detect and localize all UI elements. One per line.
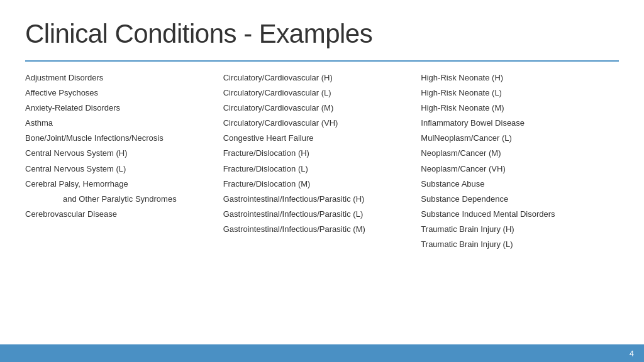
list-item: Anxiety-Related Disorders (25, 101, 223, 116)
bottom-bar: 4 (0, 344, 644, 362)
list-item: Cerebrovascular Disease (25, 207, 223, 222)
list-item: Adjustment Disorders (25, 70, 223, 85)
list-item: Asthma (25, 116, 223, 131)
list-item: High-Risk Neonate (L) (421, 85, 619, 101)
list-item: Traumatic Brain Injury (H) (421, 222, 619, 237)
slide-container: Clinical Conditions - Examples Adjustmen… (0, 0, 644, 362)
content-area: Adjustment DisordersAffective PsychosesA… (25, 70, 619, 362)
list-item: Gastrointestinal/Infectious/Parasitic (M… (223, 222, 421, 237)
list-item: Fracture/Dislocation (H) (223, 146, 421, 161)
list-item: Fracture/Dislocation (L) (223, 162, 421, 177)
slide-title: Clinical Conditions - Examples (25, 19, 619, 49)
list-item: Congestive Heart Failure (223, 131, 421, 146)
list-item: Circulatory/Cardiovascular (L) (223, 85, 421, 101)
column-2: Circulatory/Cardiovascular (H)Circulator… (223, 70, 421, 362)
list-item: and Other Paralytic Syndromes (25, 192, 223, 207)
list-item: Circulatory/Cardiovascular (VH) (223, 116, 421, 131)
list-item: Gastrointestinal/Infectious/Parasitic (L… (223, 207, 421, 222)
list-item: Circulatory/Cardiovascular (H) (223, 70, 421, 85)
list-item: High-Risk Neonate (M) (421, 101, 619, 116)
list-item: Substance Abuse (421, 177, 619, 192)
list-item: Bone/Joint/Muscle Infections/Necrosis (25, 131, 223, 146)
list-item: Gastrointestinal/Infectious/Parasitic (H… (223, 192, 421, 207)
list-item: Substance Dependence (421, 192, 619, 207)
list-item: Central Nervous System (H) (25, 146, 223, 161)
list-item: Fracture/Dislocation (M) (223, 177, 421, 192)
page-number: 4 (630, 349, 634, 358)
list-item: Neoplasm/Cancer (VH) (421, 162, 619, 177)
list-item: Central Nervous System (L) (25, 162, 223, 177)
list-item: Affective Psychoses (25, 85, 223, 101)
list-item: Traumatic Brain Injury (L) (421, 237, 619, 252)
list-item: Circulatory/Cardiovascular (M) (223, 101, 421, 116)
list-item: Inflammatory Bowel Disease (421, 116, 619, 131)
list-item: High-Risk Neonate (H) (421, 70, 619, 85)
column-3: High-Risk Neonate (H)High-Risk Neonate (… (421, 70, 619, 362)
list-item: Substance Induced Mental Disorders (421, 207, 619, 222)
column-1: Adjustment DisordersAffective PsychosesA… (25, 70, 223, 362)
list-item: Neoplasm/Cancer (M) (421, 146, 619, 161)
list-item: Cerebral Palsy, Hemorrhage (25, 177, 223, 192)
divider (25, 60, 619, 62)
list-item: MulNeoplasm/Cancer (L) (421, 131, 619, 146)
